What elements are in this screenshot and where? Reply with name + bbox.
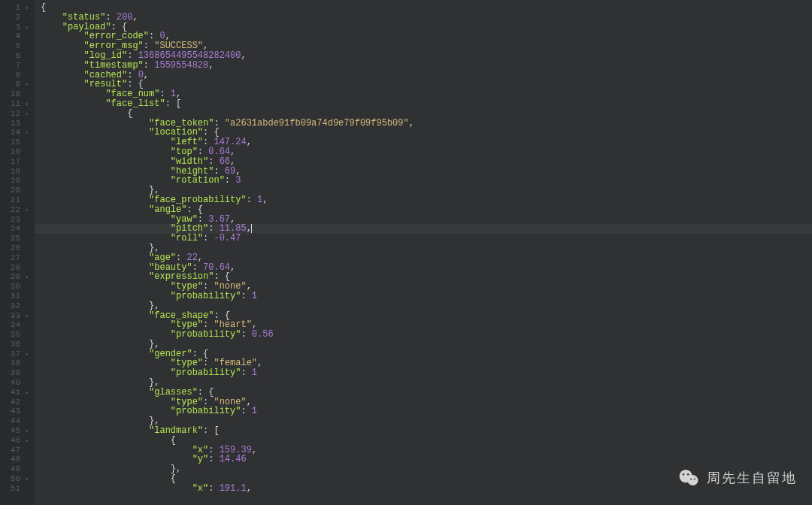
line-number: 8 — [0, 71, 30, 80]
fold-toggle-line-41[interactable]: 41 — [0, 388, 30, 398]
line-number: 39 — [0, 368, 30, 378]
fold-toggle-line-11[interactable]: 11 — [0, 99, 30, 109]
fold-toggle-line-33[interactable]: 33 — [0, 311, 30, 321]
token-k: "x" — [192, 483, 209, 494]
fold-toggle-line-46[interactable]: 46 — [0, 436, 30, 446]
fold-toggle-line-3[interactable]: 3 — [0, 23, 30, 32]
line-number: 40 — [0, 378, 30, 388]
token-k: "roll" — [171, 233, 203, 243]
code-line[interactable]: "status": 200, — [35, 13, 812, 23]
code-line[interactable]: "glasses": { — [35, 388, 812, 398]
token-p: : — [198, 214, 208, 225]
code-editor[interactable]: 1234567891011121314151617181920212223242… — [0, 0, 812, 505]
code-line[interactable]: "landmark": [ — [35, 426, 812, 436]
code-line[interactable]: "angle": { — [35, 205, 812, 215]
fold-toggle-line-45[interactable]: 45 — [0, 426, 30, 436]
token-p: : — [241, 329, 251, 340]
code-area[interactable]: { "status": 200, "payload": { "error_cod… — [35, 0, 812, 505]
token-p: : [ — [203, 425, 220, 436]
fold-toggle-line-29[interactable]: 29 — [0, 272, 30, 282]
code-line[interactable]: "top": 0.64, — [35, 147, 812, 157]
token-k: "yaw" — [171, 214, 198, 225]
code-line[interactable]: "timestamp": 1559554828, — [35, 61, 812, 71]
code-line[interactable]: "cached": 0, — [35, 71, 812, 80]
token-p: , — [247, 483, 252, 494]
line-number: 13 — [0, 119, 30, 129]
line-number: 31 — [0, 292, 30, 301]
line-number: 25 — [0, 234, 30, 243]
token-k: "face_list" — [105, 98, 165, 109]
line-number: 48 — [0, 455, 30, 464]
token-p: { — [127, 108, 132, 119]
code-line[interactable]: "face_list": [ — [35, 99, 812, 109]
token-p: : — [241, 367, 251, 378]
token-p: , — [230, 262, 235, 273]
token-p: : — [225, 175, 235, 186]
token-p: : — [208, 483, 219, 494]
code-line[interactable]: { — [35, 436, 812, 446]
line-number: 34 — [0, 320, 30, 330]
token-p: : — [241, 291, 251, 301]
line-number: 18 — [0, 167, 30, 177]
line-number: 21 — [0, 195, 30, 205]
token-k: "probability" — [171, 329, 241, 340]
line-number: 4 — [0, 32, 30, 41]
code-line[interactable]: "width": 66, — [35, 157, 812, 167]
line-number-gutter[interactable]: 1234567891011121314151617181920212223242… — [0, 0, 35, 505]
token-k: "y" — [192, 454, 209, 464]
token-k: "rotation" — [171, 175, 225, 186]
token-p: : — [247, 195, 257, 205]
fold-toggle-line-1[interactable]: 1 — [0, 3, 30, 13]
line-number: 47 — [0, 446, 30, 455]
token-k: "probability" — [171, 406, 241, 416]
code-line[interactable]: "type": "none", — [35, 282, 812, 292]
line-number: 28 — [0, 263, 30, 273]
line-number: 32 — [0, 301, 30, 311]
code-line[interactable]: { — [35, 3, 812, 13]
line-number: 2 — [0, 13, 30, 23]
token-n: 0.56 — [252, 329, 274, 340]
token-p: : — [203, 233, 214, 243]
token-p: , — [262, 195, 268, 205]
fold-toggle-line-12[interactable]: 12 — [0, 109, 30, 119]
token-n: 191.1 — [220, 483, 247, 494]
token-s: "a2631abde91fb09a74d9e79f09f95b09" — [225, 118, 409, 129]
code-line[interactable]: "x": 191.1, — [35, 484, 812, 494]
fold-toggle-line-50[interactable]: 50 — [0, 474, 30, 484]
token-p: { — [41, 2, 46, 13]
code-line[interactable]: "yaw": 3.67, — [35, 215, 812, 225]
line-number: 30 — [0, 282, 30, 292]
token-p: , — [144, 70, 149, 80]
token-p: { — [171, 473, 176, 484]
fold-toggle-line-14[interactable]: 14 — [0, 128, 30, 138]
token-p: , — [208, 60, 214, 71]
token-p: { — [171, 435, 176, 446]
token-p: , — [257, 358, 262, 368]
fold-toggle-line-22[interactable]: 22 — [0, 205, 30, 215]
line-number: 19 — [0, 176, 30, 186]
token-n: 14.46 — [220, 454, 247, 464]
line-number: 44 — [0, 416, 30, 426]
line-number: 17 — [0, 157, 30, 167]
fold-toggle-line-9[interactable]: 9 — [0, 80, 30, 89]
token-k: "probability" — [171, 291, 241, 301]
line-number: 5 — [0, 41, 30, 51]
line-number: 49 — [0, 464, 30, 474]
line-number: 43 — [0, 407, 30, 416]
token-k: "probability" — [171, 367, 241, 378]
token-p: , — [230, 214, 235, 225]
token-p: , — [241, 50, 246, 61]
line-number: 36 — [0, 340, 30, 349]
token-n: 1 — [252, 367, 257, 378]
token-p: , — [247, 137, 252, 147]
line-number: 35 — [0, 330, 30, 340]
token-p: , — [132, 12, 138, 23]
code-line[interactable]: { — [35, 474, 812, 484]
token-n: -0.47 — [214, 233, 241, 243]
line-number: 6 — [0, 51, 30, 61]
token-n: 1 — [252, 406, 257, 416]
fold-toggle-line-37[interactable]: 37 — [0, 349, 30, 359]
line-number: 7 — [0, 61, 30, 71]
token-n: 3 — [235, 175, 241, 186]
token-p: , — [252, 445, 257, 455]
